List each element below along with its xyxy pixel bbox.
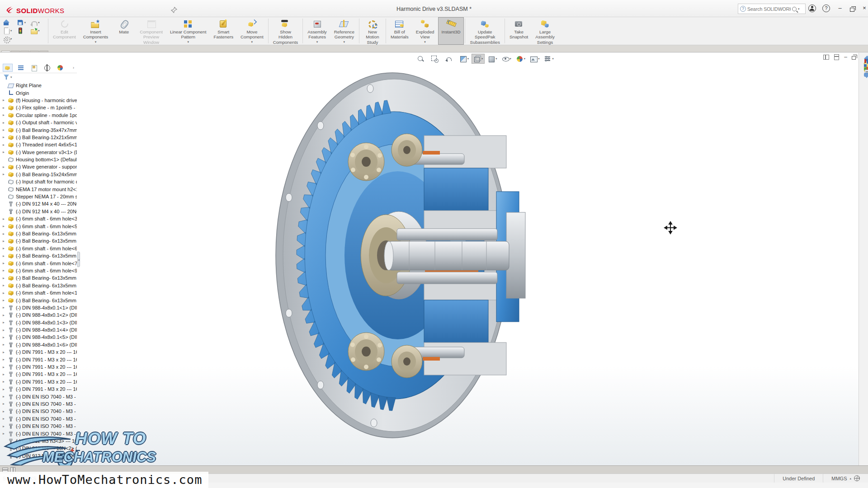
headsup-button-section-view[interactable]: ▾ <box>458 54 471 64</box>
tree-item[interactable]: ▸ Circular spline - module 1poin <box>0 112 77 119</box>
ribbon-button-smart-fasteners[interactable]: Smart Fasteners ▾ <box>210 17 237 45</box>
tree-item[interactable]: ▸ (-) DIN 912 M3 h3<3> --- 10N <box>0 437 77 445</box>
tree-item[interactable]: ▸ (-) Ball Bearing- 6x13x5mm h1 <box>0 230 77 237</box>
headsup-button-zoom-to-fit[interactable]: ▾ <box>415 54 428 64</box>
tree-item[interactable]: ▸ (-) Ball Bearing-35x47x7mm ha <box>0 126 77 133</box>
ribbon-button-component-preview-window[interactable]: Component Preview Window ▾ <box>136 17 166 45</box>
pane-layout-icon[interactable] <box>823 55 829 60</box>
tree-item[interactable]: ▸ Stepper NEMA 17 - 20mm sha <box>0 193 77 200</box>
tree-item[interactable]: ▸ (-) Wave generator - support sh <box>0 163 77 170</box>
ribbon-button-edit-component[interactable]: Edit Component ▾ <box>49 17 80 45</box>
ribbon-button-bill-of-materials[interactable]: Bill of Materials ▾ <box>387 17 412 45</box>
tree-item[interactable]: ▸ (-) DIN 7991 - M3 x 20 --- 16.8N <box>0 356 77 363</box>
tree-item[interactable]: ▸ (-) Threaded insert 4x6x5<1> (D <box>0 141 77 148</box>
expand-arrow-icon[interactable]: ▸ <box>3 291 8 295</box>
tree-item[interactable]: ▸ (-) 6mm shaft - 6mm hole<9> <box>0 267 77 274</box>
qa-button-rebuild[interactable]: ▾ <box>17 28 31 34</box>
harmonic-drive-model[interactable] <box>0 53 868 465</box>
headsup-button-edit-appearance[interactable]: ▾ <box>514 54 527 64</box>
globe-icon[interactable] <box>854 475 860 481</box>
qa-caret-icon[interactable]: ▾ <box>38 21 39 24</box>
help-search-box[interactable]: ? ▾ <box>738 4 806 14</box>
tree-tab-propertymanager[interactable] <box>16 64 26 72</box>
dropdown-caret-icon[interactable]: ▾ <box>187 40 189 44</box>
tree-item[interactable]: ▸ (-) DIN 7991 - M3 x 20 --- 16.8N <box>0 363 77 371</box>
expand-arrow-icon[interactable]: ▸ <box>3 313 8 317</box>
close-button[interactable]: × <box>861 4 868 13</box>
tree-item[interactable]: ▸ Housing bottom<1> (Default) <box>0 156 77 163</box>
qa-button-undo[interactable]: ▾ <box>30 19 44 26</box>
headsup-button-apply-scene[interactable]: ▾ <box>528 54 541 64</box>
ribbon-button-large-assembly-settings[interactable]: Large Assembly Settings ▾ <box>532 17 558 45</box>
tree-item[interactable]: ▸ (-) Ball Bearing-15x24x5mm h1 <box>0 171 77 178</box>
tree-item[interactable]: ▸ (-) DIN 988-4x8x0.1<4> (DIN 9 <box>0 326 77 333</box>
tree-item[interactable]: ▸ (-) 6mm shaft - 6mm hole<6> <box>0 245 77 252</box>
expand-arrow-icon[interactable]: ▸ <box>3 298 8 302</box>
search-caret-icon[interactable]: ▾ <box>798 7 800 11</box>
expand-arrow-icon[interactable]: ▸ <box>3 165 8 169</box>
qa-caret-icon[interactable]: ▾ <box>10 37 12 41</box>
doc-minimize-button[interactable]: – <box>844 54 847 60</box>
expand-arrow-icon[interactable]: ▸ <box>3 424 8 428</box>
ribbon-button-move-component[interactable]: Move Component ▾ <box>237 17 267 45</box>
qa-button-new-document[interactable]: ▾ <box>3 28 17 34</box>
model-input-shaft[interactable] <box>384 229 509 284</box>
tree-item[interactable]: ▸ (-) 6mm shaft - 6mm hole<7> <box>0 259 77 267</box>
tree-item[interactable]: ▸ (-) DIN 912 M4 --- 10N<2> (D <box>0 445 77 452</box>
expand-arrow-icon[interactable]: ▸ <box>3 135 8 139</box>
qa-button-home[interactable]: ▾ <box>3 19 17 26</box>
expand-arrow-icon[interactable]: ▸ <box>3 305 8 310</box>
expand-arrow-icon[interactable]: ▸ <box>3 98 8 102</box>
tree-item[interactable]: ▸ (-) Ball Bearing- 6x13x5mm h1 <box>0 296 77 304</box>
tree-item[interactable]: ▸ (-) Ball Bearing-12x21x5mm h1 <box>0 134 77 141</box>
units-selector[interactable]: MMGS ▴ <box>823 474 868 483</box>
expand-arrow-icon[interactable]: ▸ <box>3 261 8 265</box>
dropdown-caret-icon[interactable]: ▾ <box>95 40 97 44</box>
expand-arrow-icon[interactable]: ▸ <box>3 320 8 324</box>
tree-item[interactable]: ▸ (-) 6mm shaft - 6mm hole<5> <box>0 222 77 230</box>
tree-item[interactable]: ▸ (-) Flex spline - m 1point5 - 50 <box>0 104 77 111</box>
menu-item[interactable] <box>133 5 141 13</box>
tree-item[interactable]: ▸ (-) Ball Bearing- 6x13x5mm h1 <box>0 274 77 282</box>
dropdown-caret-icon[interactable]: ▾ <box>344 40 345 44</box>
dropdown-caret-icon[interactable]: ▾ <box>251 40 253 44</box>
menu-item[interactable] <box>146 5 154 13</box>
expand-arrow-icon[interactable]: ▸ <box>3 380 8 384</box>
dropdown-caret-icon[interactable]: ▾ <box>424 40 426 44</box>
expand-arrow-icon[interactable]: ▸ <box>3 143 8 147</box>
expand-arrow-icon[interactable]: ▸ <box>3 121 8 125</box>
headsup-button-display-style[interactable]: ▾ <box>486 54 499 64</box>
pin-menu-icon[interactable] <box>171 7 177 13</box>
expand-arrow-icon[interactable]: ▸ <box>3 372 8 376</box>
expand-arrow-icon[interactable]: ▸ <box>3 246 8 250</box>
menu-item[interactable] <box>120 5 128 13</box>
tree-item[interactable]: ▸ (-) Ball Bearing- 6x13x5mm h1 <box>0 282 77 289</box>
tree-item[interactable]: ▸ (-) DIN EN ISO 7040 - M3 - N<4 <box>0 408 77 415</box>
ribbon-button-insert-components[interactable]: Insert Components ▾ <box>80 17 112 45</box>
tree-tab-dimxpertmanager[interactable] <box>42 64 52 72</box>
tree-tab-configurationmanager[interactable] <box>29 64 39 72</box>
expand-arrow-icon[interactable]: ▸ <box>3 254 8 258</box>
tree-tabs-overflow[interactable]: › <box>73 66 74 70</box>
tree-item[interactable]: ▸ (-) Ball Bearing- 6x13x5mm h1 <box>0 252 77 259</box>
expand-arrow-icon[interactable]: ▸ <box>3 232 8 236</box>
search-icon[interactable] <box>792 7 797 11</box>
headsup-button-zoom-to-area[interactable]: ▾ <box>429 54 442 64</box>
expand-arrow-icon[interactable]: ▸ <box>3 268 8 272</box>
ribbon-button-assembly-features[interactable]: Assembly Features ▾ <box>304 17 330 45</box>
tree-item[interactable]: ▸ (-) Ball Bearing- 6x13x5mm h1 <box>0 237 77 244</box>
tree-item[interactable]: ▸ (-) 6mm shaft - 6mm hole<3> <box>0 215 77 222</box>
doc-restore-button[interactable] <box>852 56 856 60</box>
tree-item[interactable]: ▸ (-) DIN 7991 - M3 x 20 --- 16.8N <box>0 348 77 356</box>
model-section-cut[interactable] <box>424 136 525 375</box>
expand-arrow-icon[interactable]: ▸ <box>3 409 8 413</box>
qa-button-options[interactable]: ▾ <box>3 36 17 42</box>
expand-arrow-icon[interactable]: ▸ <box>3 224 8 228</box>
expand-arrow-icon[interactable]: ▸ <box>3 283 8 287</box>
expand-arrow-icon[interactable]: ▸ <box>3 328 8 332</box>
model-top-bearings[interactable] <box>348 134 464 181</box>
tree-item[interactable]: ▸ (-) DIN 988-4x8x0.1<1> (DIN 9 <box>0 304 77 311</box>
split-view-icon[interactable] <box>834 54 839 60</box>
expand-arrow-icon[interactable]: ▸ <box>3 394 8 399</box>
expand-arrow-icon[interactable]: ▸ <box>3 128 8 132</box>
